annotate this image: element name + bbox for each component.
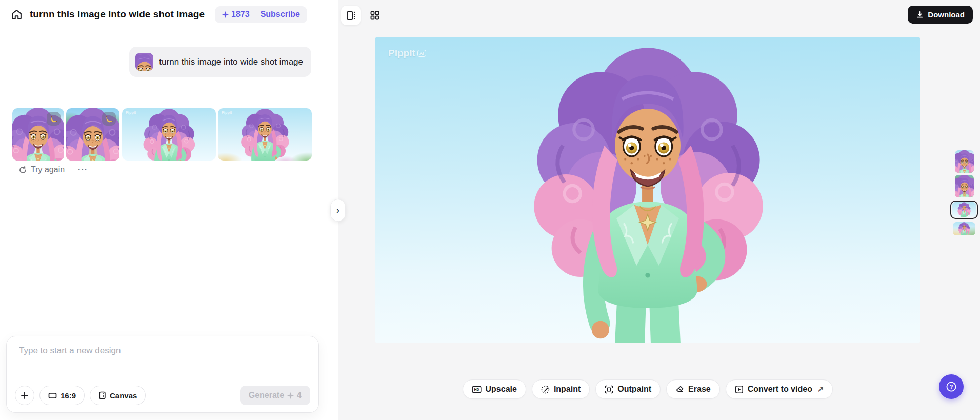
grid-view-icon: [370, 10, 380, 21]
image-actions-row: HD Upscale Inpaint Outpaint Erase Conver…: [375, 379, 920, 399]
user-message-bubble: turnn this image into wide shot image: [129, 47, 311, 77]
app-window: turnn this image into wide shot image 18…: [0, 0, 980, 420]
svg-text:HD: HD: [474, 388, 479, 391]
watermark-text: Pippit: [388, 48, 415, 59]
erase-label: Erase: [688, 385, 711, 394]
main-canvas-image[interactable]: Pippit AI: [375, 37, 920, 343]
watermark: Pippit AI: [388, 48, 426, 59]
question-mark-icon: ?: [945, 380, 958, 393]
canvas-label: Canvas: [110, 391, 137, 400]
download-button[interactable]: Download: [908, 6, 973, 24]
grid-view-button[interactable]: [365, 6, 385, 25]
outpaint-expand-icon: [605, 385, 613, 394]
credits-pill: 1873 Subscribe: [215, 6, 307, 23]
canvas-panel: Download Pippit AI HD Upscale Inpaint Ou…: [338, 0, 980, 420]
inpaint-brush-icon: [541, 385, 550, 394]
composer-toolbar: 16:9 Canvas Generate 4: [15, 386, 310, 405]
result-actions-row: Try again ···: [18, 165, 88, 174]
history-thumbnail-strip: [952, 150, 976, 235]
result-thumbnail-3[interactable]: Pippit: [122, 108, 216, 161]
single-view-button[interactable]: [341, 6, 361, 25]
history-thumbnail-2[interactable]: [955, 175, 974, 197]
eraser-icon: [675, 385, 684, 394]
upscale-button[interactable]: HD Upscale: [463, 379, 526, 399]
divider: [255, 10, 255, 18]
view-toggle-group: [341, 6, 385, 25]
history-thumbnail-1[interactable]: [955, 150, 974, 173]
chat-panel: turnn this image into wide shot image 18…: [0, 0, 337, 420]
model-badge: [47, 112, 61, 126]
outpaint-label: Outpaint: [617, 385, 651, 394]
banana-icon: [50, 115, 58, 123]
page-title: turnn this image into wide shot image: [30, 9, 205, 20]
sparkle-icon: [222, 11, 229, 18]
credits-count: 1873: [231, 10, 250, 19]
inpaint-button[interactable]: Inpaint: [532, 379, 590, 399]
inpaint-label: Inpaint: [554, 385, 581, 394]
erase-button[interactable]: Erase: [666, 379, 720, 399]
external-link-icon: ↗: [817, 385, 824, 394]
collapse-panel-button[interactable]: ›: [330, 199, 346, 222]
prompt-input[interactable]: [19, 346, 306, 375]
generate-cost: 4: [297, 391, 302, 400]
download-icon: [916, 11, 924, 18]
result-thumbnail-2[interactable]: [66, 108, 119, 161]
upscale-label: Upscale: [486, 385, 517, 394]
canvas-button[interactable]: Canvas: [90, 386, 146, 405]
history-thumbnail-4[interactable]: [953, 222, 975, 235]
more-options-button[interactable]: ···: [78, 166, 88, 174]
watermark-ai-badge: AI: [417, 50, 426, 57]
svg-text:?: ?: [950, 384, 953, 390]
credits-button[interactable]: 1873: [222, 10, 250, 19]
sparkle-icon: [287, 392, 294, 399]
hd-icon: HD: [472, 386, 482, 393]
video-icon: [735, 385, 744, 394]
refresh-icon: [18, 166, 27, 174]
model-badge: [102, 112, 116, 126]
banana-icon: [105, 115, 113, 123]
history-thumbnail-3-selected[interactable]: [952, 202, 976, 217]
user-message-text: turnn this image into wide shot image: [159, 57, 303, 67]
home-button[interactable]: [8, 6, 25, 23]
add-attachment-button[interactable]: [15, 386, 34, 405]
landscape-ratio-icon: [48, 392, 57, 399]
canvas-icon: [98, 391, 106, 399]
plus-icon: [21, 391, 29, 399]
message-avatar: [135, 53, 153, 71]
chat-panel-header: turnn this image into wide shot image 18…: [0, 0, 337, 29]
subscribe-link[interactable]: Subscribe: [261, 10, 300, 19]
help-button[interactable]: ?: [939, 374, 964, 399]
result-thumbnail-4[interactable]: Pippit: [218, 108, 312, 161]
download-label: Download: [928, 10, 965, 19]
prompt-composer: 16:9 Canvas Generate 4: [6, 336, 319, 413]
home-icon: [11, 9, 23, 21]
generate-button[interactable]: Generate 4: [240, 386, 310, 405]
generate-label: Generate: [249, 391, 284, 400]
aspect-ratio-button[interactable]: 16:9: [39, 386, 85, 405]
outpaint-button[interactable]: Outpaint: [595, 379, 661, 399]
result-thumbnail-1[interactable]: [12, 108, 64, 161]
try-again-button[interactable]: Try again: [18, 165, 65, 174]
try-again-label: Try again: [31, 165, 65, 174]
chevron-right-icon: ›: [336, 205, 339, 216]
convert-to-video-label: Convert to video: [748, 385, 812, 394]
single-view-icon: [346, 10, 356, 21]
aspect-ratio-value: 16:9: [61, 391, 76, 400]
convert-to-video-button[interactable]: Convert to video ↗: [726, 379, 833, 399]
